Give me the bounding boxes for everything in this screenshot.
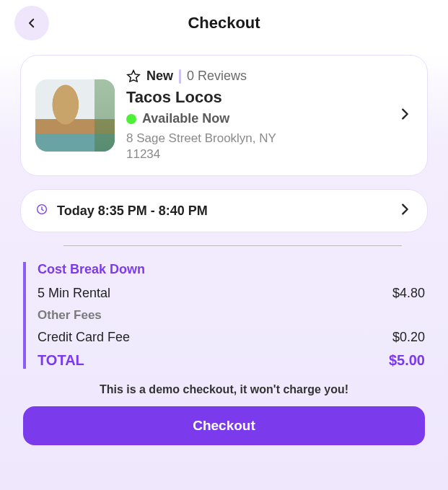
checkout-button-label: Checkout — [193, 418, 255, 434]
header: Checkout — [0, 0, 448, 55]
new-badge: New — [146, 69, 173, 84]
timeslot-text: Today 8:35 PM - 8:40 PM — [57, 204, 388, 219]
listing-address: 8 Sage Street Brooklyn, NY 11234 — [126, 131, 292, 162]
content: New 0 Reviews Tacos Locos Available Now … — [0, 55, 448, 445]
other-fees-label: Other Fees — [38, 308, 425, 323]
listing-card[interactable]: New 0 Reviews Tacos Locos Available Now … — [20, 55, 428, 176]
cc-fee-price: $0.20 — [392, 330, 425, 345]
cost-breakdown: Cost Break Down 5 Min Rental $4.80 Other… — [23, 262, 425, 369]
divider — [179, 69, 181, 84]
status-dot-icon — [126, 114, 136, 124]
line-item-rental: 5 Min Rental $4.80 — [38, 286, 425, 301]
star-icon — [126, 69, 141, 84]
availability-text: Available Now — [142, 111, 229, 126]
cc-fee-label: Credit Card Fee — [38, 330, 130, 345]
line-item-cc-fee: Credit Card Fee $0.20 — [38, 330, 425, 345]
divider-line — [63, 245, 402, 246]
chevron-right-icon — [397, 106, 413, 125]
clock-icon — [35, 203, 48, 219]
checkout-button[interactable]: Checkout — [23, 406, 425, 445]
back-button[interactable] — [14, 6, 49, 40]
listing-meta-row: New 0 Reviews — [126, 69, 385, 84]
timeslot-card[interactable]: Today 8:35 PM - 8:40 PM — [20, 189, 428, 232]
total-price: $5.00 — [389, 352, 425, 369]
page-title: Checkout — [0, 14, 448, 32]
demo-notice: This is a demo checkout, it won't charge… — [20, 383, 428, 396]
app-root: Checkout New 0 Reviews Tacos Locos Avail… — [0, 0, 448, 490]
total-label: TOTAL — [38, 352, 84, 369]
rental-price: $4.80 — [392, 286, 425, 301]
chevron-left-icon — [25, 17, 38, 30]
listing-name: Tacos Locos — [126, 88, 385, 107]
listing-thumbnail — [35, 79, 115, 152]
availability: Available Now — [126, 111, 385, 126]
listing-info: New 0 Reviews Tacos Locos Available Now … — [126, 69, 385, 162]
chevron-right-icon — [397, 201, 413, 220]
reviews-count: 0 Reviews — [187, 69, 247, 84]
line-item-total: TOTAL $5.00 — [38, 352, 425, 369]
cost-title: Cost Break Down — [38, 262, 425, 277]
rental-label: 5 Min Rental — [38, 286, 110, 301]
